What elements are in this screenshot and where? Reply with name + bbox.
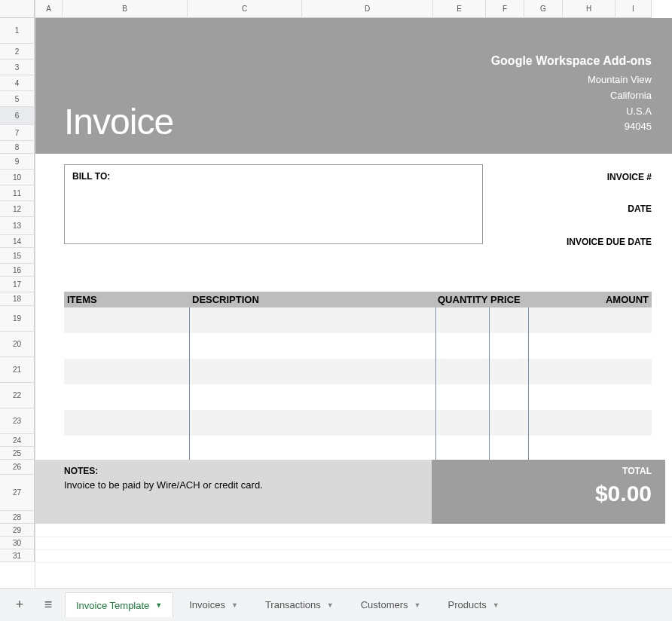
cell-price[interactable] [490,410,528,436]
cell-quantity[interactable] [436,359,489,384]
sheet-tab-label: Invoice Template [76,600,149,611]
notes-label: NOTES: [64,466,403,476]
col-header-F[interactable]: F [486,0,524,18]
row-header-26[interactable]: 26 [0,460,35,475]
row-header-15[interactable]: 15 [0,248,35,264]
cell-quantity[interactable] [436,333,489,359]
row-header-8[interactable]: 8 [0,141,35,154]
row-header-2[interactable]: 2 [0,44,35,60]
row-header-19[interactable]: 19 [0,306,35,332]
cell-item[interactable] [64,307,189,333]
cell-price[interactable] [490,307,528,333]
chevron-down-icon[interactable]: ▼ [327,601,334,609]
table-row[interactable] [64,436,652,461]
row-header-20[interactable]: 20 [0,332,35,357]
cell-item[interactable] [64,359,189,384]
sheet-canvas[interactable]: Invoice Google Workspace Add-ons Mountai… [35,18,672,588]
cell-item[interactable] [64,410,189,436]
table-row[interactable] [64,333,652,359]
sheet-tab-invoice-template[interactable]: Invoice Template▼ [65,592,173,617]
row-header-28[interactable]: 28 [0,511,35,524]
row-header-21[interactable]: 21 [0,357,35,383]
cell-description[interactable] [190,436,435,461]
sheet-tab-customers[interactable]: Customers▼ [350,592,432,617]
cell-quantity[interactable] [436,384,489,410]
cell-amount[interactable] [529,436,652,461]
sheet-tab-transactions[interactable]: Transactions▼ [254,592,345,617]
total-value: $0.00 [445,481,652,506]
row-header-12[interactable]: 12 [0,201,35,217]
table-row[interactable] [64,307,652,333]
row-header-5[interactable]: 5 [0,91,35,107]
col-header-E[interactable]: E [433,0,486,18]
chevron-down-icon[interactable]: ▼ [493,601,499,609]
row-header-7[interactable]: 7 [0,125,35,141]
cell-description[interactable] [190,307,435,333]
row-header-3[interactable]: 3 [0,60,35,75]
cell-price[interactable] [490,333,528,359]
all-sheets-button[interactable]: ≡ [36,593,60,617]
cell-description[interactable] [190,359,435,384]
cell-price[interactable] [490,436,528,461]
col-header-B[interactable]: B [63,0,188,18]
table-row[interactable] [64,359,652,384]
sheet-tab-products[interactable]: Products▼ [437,592,511,617]
table-row[interactable] [64,384,652,410]
row-header-14[interactable]: 14 [0,235,35,248]
cell-price[interactable] [490,384,528,410]
cell-quantity[interactable] [436,307,489,333]
row-header-16[interactable]: 16 [0,264,35,277]
row-header-25[interactable]: 25 [0,447,35,460]
company-state: California [491,88,652,104]
row-header-29[interactable]: 29 [0,524,35,537]
col-header-A[interactable]: A [35,0,63,18]
cell-description[interactable] [190,410,435,436]
cell-amount[interactable] [529,410,652,436]
col-header-D[interactable]: D [302,0,433,18]
bill-to-label: BILL TO: [72,171,110,182]
row-header-22[interactable]: 22 [0,383,35,408]
row-header-1[interactable]: 1 [0,18,35,44]
cell-price[interactable] [490,359,528,384]
row-header-24[interactable]: 24 [0,434,35,447]
cell-item[interactable] [64,333,189,359]
row-header-18[interactable]: 18 [0,292,35,306]
cell-item[interactable] [64,384,189,410]
chevron-down-icon[interactable]: ▼ [231,601,238,609]
cell-amount[interactable] [529,333,652,359]
cell-amount[interactable] [529,307,652,333]
row-header-23[interactable]: 23 [0,408,35,434]
row-header-10[interactable]: 10 [0,170,35,185]
cell-amount[interactable] [529,359,652,384]
col-header-I[interactable]: I [615,0,652,18]
select-all-corner[interactable] [0,0,35,18]
row-header-4[interactable]: 4 [0,75,35,91]
sheet-tab-invoices[interactable]: Invoices▼ [178,592,249,617]
chevron-down-icon[interactable]: ▼ [414,601,421,609]
row-header-6[interactable]: 6 [0,107,35,125]
cell-quantity[interactable] [436,436,489,461]
cell-description[interactable] [190,384,435,410]
add-sheet-button[interactable]: + [8,593,32,617]
table-row[interactable] [64,410,652,436]
cell-quantity[interactable] [436,410,489,436]
invoice-due-date-label: INVOICE DUE DATE [567,237,652,247]
col-header-C[interactable]: C [188,0,302,18]
row-header-30[interactable]: 30 [0,537,35,549]
company-name: Google Workspace Add-ons [491,54,652,68]
col-header-G[interactable]: G [524,0,563,18]
row-header-9[interactable]: 9 [0,154,35,170]
row-header-27[interactable]: 27 [0,475,35,511]
row-header-31[interactable]: 31 [0,549,35,562]
row-header-11[interactable]: 11 [0,185,35,201]
chevron-down-icon[interactable]: ▼ [155,601,162,609]
row-header-13[interactable]: 13 [0,217,35,235]
col-header-H[interactable]: H [563,0,615,18]
sheet-tab-label: Customers [361,599,408,610]
cell-amount[interactable] [529,384,652,410]
table-header: ITEMS DESCRIPTION QUANTITY PRICE AMOUNT [64,292,652,307]
cell-item[interactable] [64,436,189,461]
row-header-17[interactable]: 17 [0,277,35,292]
cell-description[interactable] [190,333,435,359]
bill-to-box[interactable]: BILL TO: [64,164,483,244]
